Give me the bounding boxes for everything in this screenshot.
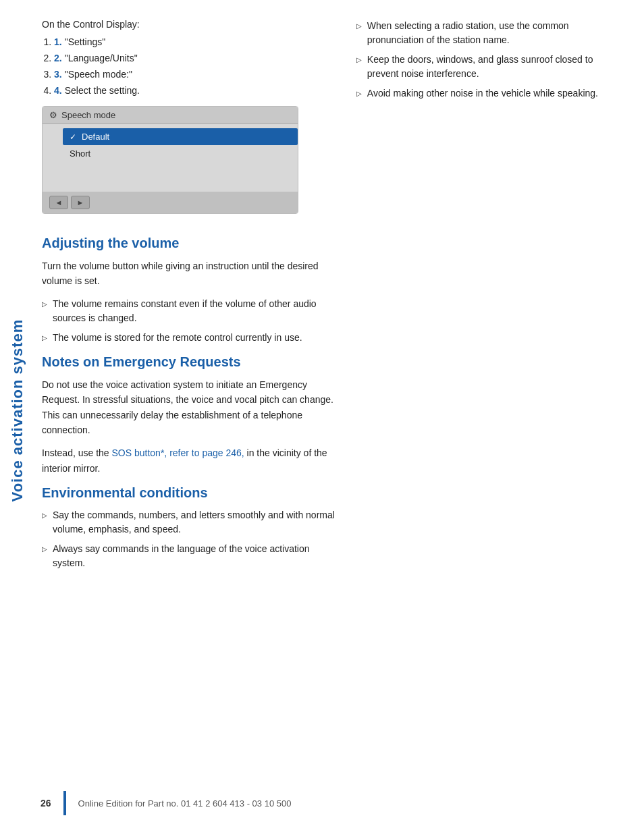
gear-icon: ⚙	[49, 110, 57, 120]
left-column: On the Control Display: 1."Settings" 2."…	[42, 19, 336, 578]
menu-item-short[interactable]: Short	[70, 145, 298, 162]
adjusting-volume-heading: Adjusting the volume	[42, 234, 336, 252]
footer-page-number: 26	[41, 798, 51, 809]
intro-text: On the Control Display:	[42, 19, 336, 30]
step-2-text: "Language/Units"	[65, 53, 138, 63]
right-bullets: When selecting a radio station, use the …	[356, 19, 624, 101]
sidebar: Voice activation system	[0, 0, 35, 820]
menu-item-short-label: Short	[70, 148, 90, 159]
screen-title: Speech mode	[61, 110, 115, 120]
step-1-text: "Settings"	[65, 36, 106, 47]
environmental-bullets: Say the commands, numbers, and letters s…	[42, 508, 336, 570]
main-content: On the Control Display: 1."Settings" 2."…	[35, 0, 644, 820]
right-bullet-3-text: Avoid making other noise in the vehicle …	[367, 86, 598, 101]
emergency-heading: Notes on Emergency Requests	[42, 353, 336, 371]
right-bullet-2: Keep the doors, windows, and glass sunro…	[356, 53, 624, 81]
env-bullet-2: Always say commands in the language of t…	[42, 542, 336, 570]
emergency-body2: Instead, use the SOS button*, refer to p…	[42, 445, 336, 476]
step-2: 2."Language/Units"	[54, 51, 336, 65]
footer: 26 Online Edition for Part no. 01 41 2 6…	[0, 786, 644, 820]
menu-item-default-label: Default	[82, 132, 109, 142]
emergency-body2-prefix: Instead, use the	[42, 447, 112, 458]
right-bullet-2-text: Keep the doors, windows, and glass sunro…	[367, 53, 624, 81]
right-bullet-1-text: When selecting a radio station, use the …	[367, 19, 624, 47]
steps-list: 1."Settings" 2."Language/Units" 3."Speec…	[42, 35, 336, 98]
footer-text: Online Edition for Part no. 01 41 2 604 …	[78, 798, 292, 809]
screen-mockup: ⚙ Speech mode Default Short ◄ ►	[42, 106, 298, 214]
adjusting-volume-intro: Turn the volume button while giving an i…	[42, 258, 336, 289]
volume-bullet-2: The volume is stored for the remote cont…	[42, 331, 336, 345]
nav-left-button[interactable]: ◄	[49, 196, 68, 209]
screen-body: Default Short	[43, 124, 298, 192]
step-3-num: 3.	[54, 69, 62, 80]
step-1: 1."Settings"	[54, 35, 336, 49]
right-bullet-1: When selecting a radio station, use the …	[356, 19, 624, 47]
step-4-text: Select the setting.	[65, 85, 140, 96]
emergency-body: Do not use the voice activation system t…	[42, 377, 336, 438]
step-4-num: 4.	[54, 85, 62, 96]
step-3-text: "Speech mode:"	[65, 69, 132, 80]
volume-bullet-1-text: The volume remains constant even if the …	[53, 297, 336, 325]
screen-nav: ◄ ►	[43, 192, 298, 213]
volume-bullet-1: The volume remains constant even if the …	[42, 297, 336, 325]
sidebar-label: Voice activation system	[9, 319, 26, 501]
two-col-layout: On the Control Display: 1."Settings" 2."…	[42, 19, 624, 578]
adjusting-volume-bullets: The volume remains constant even if the …	[42, 297, 336, 345]
env-bullet-1: Say the commands, numbers, and letters s…	[42, 508, 336, 537]
footer-bar-decoration	[63, 791, 66, 815]
step-4: 4.Select the setting.	[54, 84, 336, 98]
volume-bullet-2-text: The volume is stored for the remote cont…	[53, 331, 302, 345]
menu-item-default[interactable]: Default	[63, 128, 298, 145]
right-bullet-3: Avoid making other noise in the vehicle …	[356, 86, 624, 101]
screen-topbar: ⚙ Speech mode	[43, 107, 298, 124]
right-column: When selecting a radio station, use the …	[356, 19, 624, 578]
env-bullet-2-text: Always say commands in the language of t…	[53, 542, 336, 570]
emergency-link[interactable]: SOS button*, refer to page 246,	[112, 447, 244, 458]
nav-right-button[interactable]: ►	[71, 196, 90, 209]
env-bullet-1-text: Say the commands, numbers, and letters s…	[53, 508, 336, 537]
step-2-num: 2.	[54, 53, 62, 63]
page-wrapper: Voice activation system On the Control D…	[0, 0, 644, 820]
environmental-heading: Environmental conditions	[42, 484, 336, 501]
step-1-num: 1.	[54, 36, 62, 47]
step-3: 3."Speech mode:"	[54, 67, 336, 82]
